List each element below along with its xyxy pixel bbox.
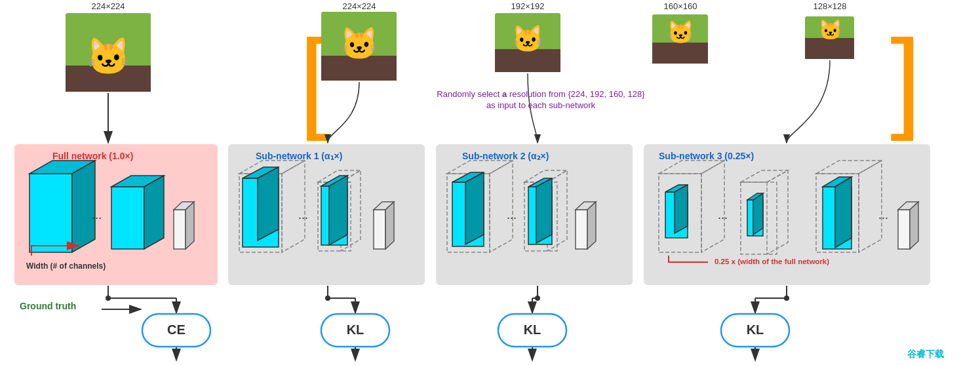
main-diagram-svg: 🐱 [ ] 🐱 🐱 🐱 🐱 xyxy=(0,0,980,365)
svg-marker-65 xyxy=(753,193,763,235)
svg-rect-21 xyxy=(174,210,186,249)
sub1-small-block xyxy=(374,202,394,249)
kl3-label: KL xyxy=(747,322,764,337)
full-cube-1 xyxy=(29,161,95,252)
size-label-192: 192×192 xyxy=(511,1,545,11)
random-select-text-line1: Randomly select a resolution from {224, … xyxy=(437,89,645,99)
ground-truth-label: Ground truth xyxy=(20,301,76,311)
sub1-cube-1-solid xyxy=(243,167,279,247)
sub3-cube-2-solid xyxy=(747,193,763,236)
svg-text:🐱: 🐱 xyxy=(511,23,544,54)
svg-marker-29 xyxy=(258,167,279,240)
size-label-160: 160×160 xyxy=(664,1,697,11)
main-cat-image: 🐱 xyxy=(66,13,151,92)
svg-marker-71 xyxy=(835,177,852,248)
sub3-dots: ··· xyxy=(718,211,728,224)
size-label-128: 128×128 xyxy=(813,1,847,11)
full-network-title: Full network (1.0×) xyxy=(52,151,133,161)
ce-label: CE xyxy=(167,322,186,337)
full-cube-2 xyxy=(111,176,164,249)
svg-rect-15 xyxy=(29,174,72,252)
sub2-cube-1-solid xyxy=(452,172,484,246)
svg-marker-74 xyxy=(910,202,918,249)
width-label: Width (# of channels) xyxy=(26,261,106,271)
size-label-224: 224×224 xyxy=(343,1,376,11)
sub3-cube-3-solid xyxy=(823,177,852,249)
watermark-text: 谷睿下载 xyxy=(907,349,944,359)
arrow-cat128-sub3 xyxy=(787,60,830,143)
sub2-dots: ··· xyxy=(507,211,517,224)
arrow-cat224-sub1 xyxy=(328,82,359,143)
right-bracket: ] xyxy=(890,17,921,142)
svg-marker-53 xyxy=(587,202,596,249)
svg-rect-13 xyxy=(805,38,854,59)
sub1-cube-2-solid xyxy=(321,176,347,245)
svg-marker-17 xyxy=(72,161,95,252)
svg-text:🐱: 🐱 xyxy=(86,35,131,78)
full-dots: ··· xyxy=(92,211,102,224)
svg-marker-20 xyxy=(144,176,164,249)
svg-marker-59 xyxy=(675,185,688,233)
svg-text:🐱: 🐱 xyxy=(818,18,843,42)
kl1-label: KL xyxy=(347,322,364,337)
svg-marker-23 xyxy=(186,202,194,249)
sub2-cube-2-solid xyxy=(528,178,552,244)
sub2-title: Sub-network 2 (α₂×) xyxy=(462,151,549,161)
cat-128: 🐱 xyxy=(805,16,854,59)
sub3-small-block xyxy=(898,202,918,249)
sub2-small-block xyxy=(576,202,596,249)
cat-160: 🐱 xyxy=(652,14,708,64)
sub1-title: Sub-network 1 (α₁×) xyxy=(256,151,342,161)
diagram-container: 🐱 [ ] 🐱 🐱 🐱 🐱 xyxy=(0,0,980,365)
svg-marker-44 xyxy=(465,172,484,244)
svg-marker-50 xyxy=(536,178,552,243)
sub3-dots2: ··· xyxy=(878,211,888,224)
sub1-dots: ··· xyxy=(298,211,308,224)
random-select-text-line2: as input to each sub-network xyxy=(486,100,596,110)
svg-marker-35 xyxy=(329,176,347,245)
svg-rect-72 xyxy=(898,210,910,249)
svg-rect-51 xyxy=(576,210,587,249)
svg-rect-18 xyxy=(111,187,144,249)
size-label-main: 224×224 xyxy=(92,1,125,11)
svg-rect-10 xyxy=(652,43,708,64)
kl2-label: KL xyxy=(524,322,541,337)
full-small-block xyxy=(174,202,194,249)
sub3-cube-1-solid xyxy=(665,185,688,238)
sub3-width-label: 0.25 x (width of the full network) xyxy=(715,258,829,265)
sub3-title: Sub-network 3 (0.25×) xyxy=(659,151,754,161)
cat-224: 🐱 xyxy=(321,12,397,81)
svg-marker-38 xyxy=(385,202,394,249)
cat-192: 🐱 xyxy=(495,13,560,72)
svg-text:🐱: 🐱 xyxy=(340,25,379,62)
svg-rect-36 xyxy=(374,210,385,249)
svg-text:🐱: 🐱 xyxy=(667,19,695,46)
